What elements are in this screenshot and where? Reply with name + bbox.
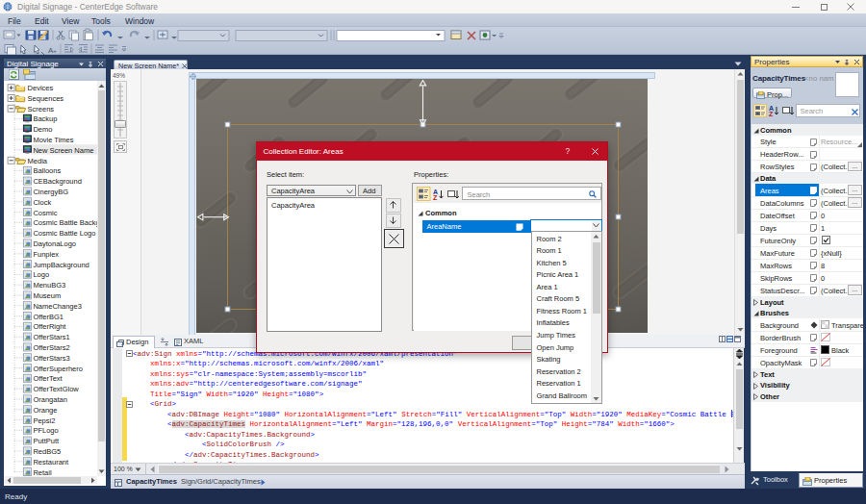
- svg-text:DaytonaLogo: DaytonaLogo: [33, 239, 76, 248]
- svg-text:OfferBG1: OfferBG1: [33, 313, 64, 321]
- svg-text:MenuBG3: MenuBG3: [33, 281, 65, 290]
- svg-text:Movie Times: Movie Times: [33, 136, 73, 144]
- svg-text:PFLogo: PFLogo: [33, 426, 58, 435]
- svg-text:Pepsi2: Pepsi2: [33, 416, 55, 425]
- svg-text:RedBG5: RedBG5: [33, 447, 61, 456]
- svg-text:New Screen Name: New Screen Name: [33, 146, 93, 155]
- svg-text:OfferText: OfferText: [33, 374, 63, 383]
- svg-text:OfferRight: OfferRight: [33, 322, 66, 331]
- svg-text:OfferStars1: OfferStars1: [33, 333, 69, 341]
- svg-text:Restaurant: Restaurant: [33, 458, 69, 466]
- svg-text:Retail: Retail: [33, 468, 52, 476]
- svg-text:OfferStars2: OfferStars2: [33, 343, 69, 352]
- svg-text:OfferTextGlow: OfferTextGlow: [33, 385, 79, 393]
- svg-text:CinergyBG: CinergyBG: [33, 188, 68, 196]
- svg-text:Museum: Museum: [33, 291, 61, 300]
- svg-text:OfferSuperhero: OfferSuperhero: [33, 365, 83, 373]
- svg-text:Media: Media: [28, 157, 48, 165]
- svg-text:Screens: Screens: [28, 105, 55, 113]
- svg-text:Clock: Clock: [33, 198, 51, 207]
- svg-text:Orange: Orange: [33, 406, 57, 415]
- svg-text:Orangatan: Orangatan: [33, 395, 66, 404]
- svg-text:Sequences: Sequences: [28, 94, 64, 103]
- svg-text:Backup: Backup: [33, 114, 57, 123]
- svg-text:OfferStars3: OfferStars3: [33, 354, 69, 363]
- svg-text:JumpBackground: JumpBackground: [33, 261, 89, 269]
- svg-text:CEBackground: CEBackground: [33, 177, 81, 186]
- svg-text:Devices: Devices: [28, 84, 54, 92]
- svg-text:Cosmic: Cosmic: [33, 209, 57, 217]
- svg-text:Logo: Logo: [33, 270, 49, 279]
- svg-text:Balloons: Balloons: [33, 166, 61, 175]
- svg-text:Cosmic Battle Logo: Cosmic Battle Logo: [33, 229, 95, 238]
- svg-text:Z: Z: [433, 194, 438, 201]
- svg-text:Demo: Demo: [33, 125, 52, 134]
- svg-text:Funplex: Funplex: [33, 250, 59, 259]
- svg-text:A+: A+: [48, 46, 57, 55]
- svg-text:PuttPutt: PuttPutt: [33, 437, 60, 445]
- svg-text:Cosmic Battle Backg: Cosmic Battle Backg: [33, 218, 97, 227]
- svg-text:NameChange3: NameChange3: [33, 302, 81, 311]
